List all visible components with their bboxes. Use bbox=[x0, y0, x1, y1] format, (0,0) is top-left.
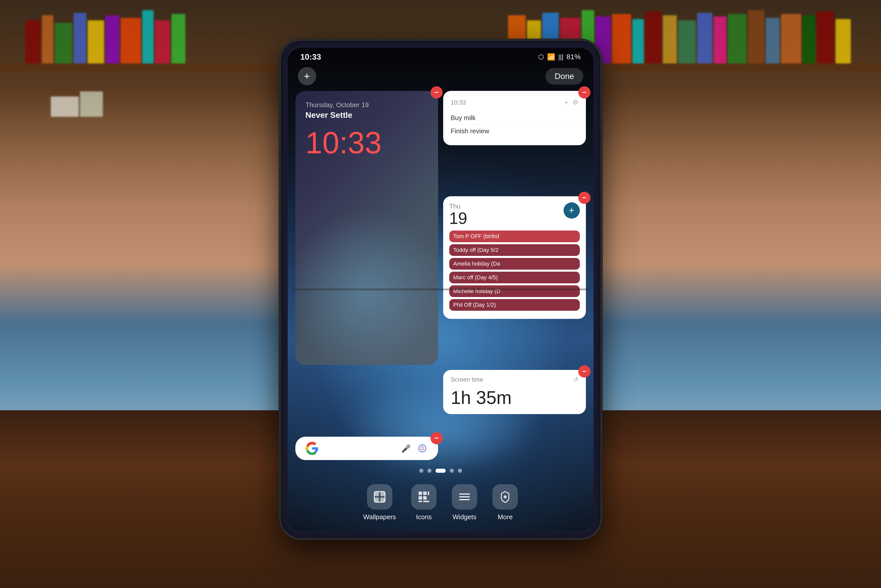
edit-toolbar: + Done bbox=[288, 66, 593, 86]
voice-search-icon[interactable]: 🎤 bbox=[401, 443, 412, 454]
calendar-event-1[interactable]: Tom P OFF (birthd bbox=[449, 231, 580, 242]
calendar-header: Thu 19 + bbox=[449, 202, 580, 226]
done-button[interactable]: Done bbox=[545, 68, 583, 84]
svg-rect-46 bbox=[423, 496, 427, 500]
notes-time: 10:33 bbox=[451, 99, 466, 106]
calendar-event-5[interactable]: Michelle holiday (D bbox=[449, 285, 580, 297]
note-item-1: Buy milk bbox=[451, 111, 578, 124]
note-item-2: Finish review bbox=[451, 124, 578, 138]
page-dot-4[interactable] bbox=[450, 469, 454, 473]
calendar-date-block: Thu 19 bbox=[449, 202, 467, 226]
svg-rect-48 bbox=[423, 501, 429, 502]
calendar-add-button[interactable]: + bbox=[564, 202, 580, 219]
svg-rect-43 bbox=[423, 492, 427, 495]
lens-search-icon[interactable] bbox=[417, 443, 428, 454]
dock-item-wallpapers[interactable]: Wallpapers bbox=[363, 484, 396, 521]
battery-level: 81% bbox=[566, 53, 581, 61]
notes-header: 10:33 + ⚙ bbox=[451, 99, 578, 106]
svg-rect-47 bbox=[419, 501, 422, 502]
screentime-refresh-icon[interactable]: ↺ bbox=[573, 376, 578, 383]
notes-actions: + ⚙ bbox=[564, 99, 578, 106]
status-time: 10:33 bbox=[300, 52, 321, 62]
screentime-value: 1h 35m bbox=[451, 387, 578, 408]
calendar-event-4[interactable]: Marc off (Day 4/5) bbox=[449, 272, 580, 284]
screentime-widget[interactable]: Screen time ↺ 1h 35m bbox=[443, 370, 586, 414]
device-frame: 10:33 ⬡ 📶 ||| 81% + Done T bbox=[281, 40, 600, 538]
icons-label: Icons bbox=[416, 513, 432, 521]
signal-icon: ||| bbox=[558, 53, 563, 61]
svg-rect-41 bbox=[380, 498, 385, 502]
widgets-icon bbox=[452, 484, 477, 510]
wifi-icon: 📶 bbox=[547, 53, 555, 61]
calendar-widget[interactable]: Thu 19 + Tom P OFF (birthd Toddy off (Da… bbox=[443, 196, 586, 319]
svg-rect-38 bbox=[374, 492, 379, 496]
device-body: 10:33 ⬡ 📶 ||| 81% + Done T bbox=[281, 40, 600, 538]
clock-bg bbox=[296, 211, 438, 365]
svg-rect-45 bbox=[419, 496, 422, 500]
screentime-widget-container: Screen time ↺ 1h 35m − bbox=[443, 370, 586, 460]
more-icon bbox=[492, 484, 518, 510]
wallpapers-icon bbox=[367, 484, 392, 510]
search-widget[interactable]: 🎤 bbox=[296, 436, 438, 460]
page-dot-2[interactable] bbox=[428, 469, 431, 473]
notes-widget[interactable]: 10:33 + ⚙ Buy milk Finish review bbox=[443, 91, 586, 145]
wallpapers-label: Wallpapers bbox=[363, 513, 396, 521]
dock-item-icons[interactable]: Icons bbox=[411, 484, 437, 521]
notes-add-icon[interactable]: + bbox=[564, 99, 568, 106]
clock-widget-container: Thursday, October 19 Never Settle 10:33 … bbox=[296, 91, 438, 365]
widgets-label: Widgets bbox=[453, 513, 476, 521]
svg-rect-40 bbox=[374, 498, 379, 502]
svg-point-33 bbox=[419, 445, 426, 452]
svg-point-34 bbox=[421, 447, 424, 450]
bluetooth-icon: ⬡ bbox=[538, 53, 544, 61]
widget-grid: Thursday, October 19 Never Settle 10:33 … bbox=[296, 91, 586, 460]
dock-item-widgets[interactable]: Widgets bbox=[452, 484, 477, 521]
calendar-event-3[interactable]: Amelia holiday (Da bbox=[449, 258, 580, 270]
svg-rect-39 bbox=[380, 492, 385, 496]
remove-notes-button[interactable]: − bbox=[578, 86, 590, 99]
page-dot-1[interactable] bbox=[419, 469, 423, 473]
clock-widget[interactable]: Thursday, October 19 Never Settle 10:33 bbox=[296, 91, 438, 365]
more-label: More bbox=[498, 513, 512, 521]
svg-point-52 bbox=[504, 495, 507, 498]
svg-rect-44 bbox=[428, 492, 429, 495]
clock-subtitle: Never Settle bbox=[306, 111, 428, 120]
svg-rect-42 bbox=[419, 492, 422, 495]
clock-date: Thursday, October 19 bbox=[306, 101, 428, 109]
add-widget-button[interactable]: + bbox=[298, 67, 316, 85]
clock-time-display: 10:33 bbox=[306, 128, 428, 158]
bottom-dock: Wallpapers Icons bbox=[288, 484, 593, 521]
calendar-widget-container: Thu 19 + Tom P OFF (birthd Toddy off (Da… bbox=[443, 196, 586, 365]
search-action-icons: 🎤 bbox=[401, 443, 428, 454]
calendar-date: 19 bbox=[449, 210, 467, 226]
status-bar: 10:33 ⬡ 📶 ||| 81% bbox=[288, 48, 593, 66]
icons-icon bbox=[411, 484, 437, 510]
fold-crease bbox=[293, 289, 588, 290]
remove-search-button[interactable]: − bbox=[431, 432, 443, 444]
remove-clock-button[interactable]: − bbox=[431, 86, 443, 99]
calendar-event-6[interactable]: Phil Off (Day 1/2) bbox=[449, 299, 580, 311]
remove-calendar-button[interactable]: − bbox=[578, 192, 590, 204]
page-dot-5[interactable] bbox=[458, 469, 462, 473]
google-logo bbox=[306, 442, 319, 455]
screentime-label: Screen time bbox=[451, 376, 483, 383]
page-dot-3-active[interactable] bbox=[435, 469, 446, 473]
calendar-event-2[interactable]: Toddy off (Day 5/2 bbox=[449, 244, 580, 256]
dock-item-more[interactable]: More bbox=[492, 484, 518, 521]
remove-screentime-button[interactable]: − bbox=[578, 365, 590, 378]
notes-widget-container: 10:33 + ⚙ Buy milk Finish review − bbox=[443, 91, 586, 191]
notes-settings-icon[interactable]: ⚙ bbox=[572, 99, 578, 106]
screentime-header: Screen time ↺ bbox=[451, 376, 578, 383]
status-right: ⬡ 📶 ||| 81% bbox=[538, 53, 581, 61]
page-indicators bbox=[288, 469, 593, 473]
search-widget-container: 🎤 − bbox=[296, 436, 438, 460]
device-screen: 10:33 ⬡ 📶 ||| 81% + Done T bbox=[288, 48, 593, 531]
